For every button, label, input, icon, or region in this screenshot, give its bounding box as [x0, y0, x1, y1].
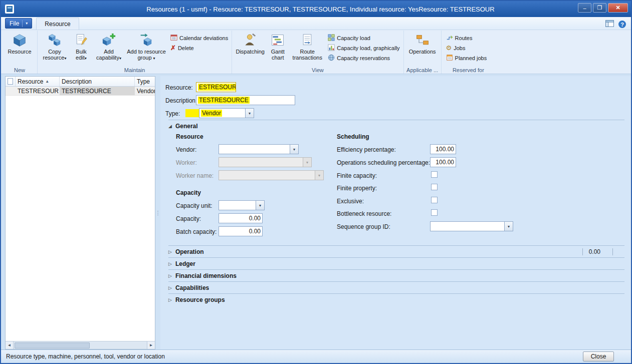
operations-label: Operations: [409, 49, 436, 55]
route-transactions-button[interactable]: Route transactions: [289, 32, 325, 62]
capacity-reservations-button[interactable]: Capacity reservations: [328, 54, 399, 62]
resource-field-input[interactable]: ESTRESOUR: [196, 82, 236, 92]
close-window-button[interactable]: ✕: [608, 3, 628, 13]
help-icon[interactable]: ?: [618, 21, 626, 28]
finite-capacity-label: Finite capacity:: [337, 172, 377, 179]
finite-property-label: Finite property:: [337, 185, 377, 192]
fasttab-ledger[interactable]: ▷ Ledger: [168, 257, 624, 269]
scroll-right-button[interactable]: ►: [147, 341, 155, 349]
worker-name-combo: ▾: [219, 170, 324, 180]
grid-hscrollbar[interactable]: ◄ ►: [6, 341, 155, 349]
gantt-chart-button[interactable]: Gantt chart: [266, 32, 289, 62]
description-field-input[interactable]: TESTRESOURCE: [196, 95, 295, 105]
capacity-input[interactable]: 0.00: [219, 213, 263, 223]
maximize-button[interactable]: ❐: [593, 3, 606, 13]
add-capability-button[interactable]: Add capability▾: [93, 32, 125, 62]
col-description-label: Description: [62, 78, 92, 85]
grid-row[interactable]: TESTRESOUR TESTRESOURCE Vendor: [6, 87, 155, 96]
ribbon-group-applicable: Operations Applicable ...: [404, 31, 442, 74]
delete-button[interactable]: ✗ Delete: [170, 44, 228, 52]
minimize-button[interactable]: –: [578, 3, 591, 13]
col-resource[interactable]: Resource ▲: [16, 77, 60, 86]
bulk-edit-caret-icon: ▾: [85, 56, 87, 61]
group-label-view: View: [232, 67, 403, 73]
drag-dots-icon: ⋮: [155, 210, 161, 216]
calendar-deviations-button[interactable]: Calendar deviations: [170, 34, 228, 42]
scroll-thumb[interactable]: [15, 342, 90, 348]
ops-scheduling-label: Operations scheduling percentage:: [337, 159, 430, 166]
fasttab-general[interactable]: ◢ General: [168, 120, 624, 132]
fasttab-resource-groups[interactable]: ▷ Resource groups: [168, 293, 624, 305]
routes-icon: [446, 34, 453, 42]
bottleneck-checkbox[interactable]: [431, 209, 438, 216]
file-menu-button[interactable]: File ▾: [5, 18, 32, 29]
sequence-group-combo[interactable]: ▾: [430, 221, 513, 231]
bulk-edit-button[interactable]: Bulk edit▾: [70, 32, 93, 62]
jobs-button[interactable]: ⚙ Jobs: [446, 44, 487, 52]
fasttab-operation[interactable]: ▷ Operation 0.00: [168, 245, 624, 257]
col-description[interactable]: Description: [60, 77, 135, 86]
capacity-load-graphically-button[interactable]: Capacity load, graphically: [328, 44, 399, 52]
resource-grid: Resource ▲ Description Type TESTRESOUR T…: [5, 76, 155, 349]
capacity-label: Capacity:: [176, 215, 201, 222]
type-field-combo[interactable]: Vendor ▾: [199, 108, 254, 118]
resource-button[interactable]: Resource: [4, 32, 35, 56]
add-capability-caret-icon: ▾: [119, 56, 121, 61]
operation-tick-right: [612, 248, 613, 255]
type-combo-dropdown-button[interactable]: ▾: [245, 109, 254, 118]
capacity-load-button[interactable]: Capacity load: [328, 34, 399, 42]
add-capability-label: Add capability: [96, 49, 119, 61]
exclusive-checkbox[interactable]: [431, 197, 438, 203]
worker-name-label: Worker name:: [176, 172, 214, 179]
ribbon-group-new: Resource New: [2, 31, 38, 74]
row-selector-cell: [6, 87, 16, 95]
capacity-unit-combo[interactable]: ▾: [219, 200, 265, 210]
fasttab-financial-dimensions[interactable]: ▷ Financial dimensions: [168, 269, 624, 281]
efficiency-input[interactable]: 100.00: [430, 144, 456, 154]
group-label-maintain: Maintain: [38, 67, 232, 73]
subheading-resource: Resource: [176, 133, 203, 140]
vendor-combo[interactable]: ▾: [219, 144, 299, 154]
vendor-combo-value: [219, 145, 290, 154]
batch-capacity-input[interactable]: 0.00: [219, 226, 263, 236]
panel-splitter[interactable]: ⋮: [155, 76, 160, 349]
description-field-value: TESTRESOURCE: [198, 97, 250, 104]
exclusive-label: Exclusive:: [337, 198, 364, 205]
dispatching-button[interactable]: Dispatching: [234, 32, 266, 56]
file-menu-label: File: [10, 20, 19, 27]
bottleneck-label: Bottleneck resource:: [337, 210, 391, 217]
operation-value: 0.00: [589, 248, 600, 255]
planned-jobs-icon: [446, 54, 453, 62]
select-all-checkbox[interactable]: [8, 78, 13, 85]
gantt-chart-label: Gantt chart: [267, 49, 289, 61]
cell-description: TESTRESOURCE: [60, 87, 135, 95]
tab-resource[interactable]: Resource: [36, 18, 79, 30]
subheading-capacity: Capacity: [176, 189, 201, 196]
scroll-left-button[interactable]: ◄: [6, 341, 14, 349]
add-to-resource-group-button[interactable]: Add to resource group ▾: [125, 32, 168, 62]
layout-icon[interactable]: [605, 20, 614, 29]
capacity-load-label: Capacity load: [337, 35, 370, 41]
operation-title: Operation: [175, 248, 204, 255]
resource-field-value: ESTRESOUR: [198, 84, 236, 91]
col-resource-label: Resource: [18, 78, 43, 85]
col-type[interactable]: Type: [135, 77, 155, 86]
type-field-value: Vendor: [201, 110, 222, 117]
planned-jobs-button[interactable]: Planned jobs: [446, 54, 487, 62]
finite-property-checkbox[interactable]: [431, 184, 438, 190]
bulk-edit-icon: [74, 33, 88, 48]
ribbon-group-reserved: Routes ⚙ Jobs Planned jobs Reserved for: [442, 31, 496, 74]
ops-scheduling-input[interactable]: 100.00: [430, 157, 456, 167]
copy-resource-button[interactable]: Copy resource▾: [40, 32, 70, 62]
capacity-unit-dropdown-button[interactable]: ▾: [256, 201, 264, 210]
operations-button[interactable]: Operations: [406, 32, 439, 56]
close-form-button[interactable]: Close: [583, 351, 614, 361]
resource-cube-icon: [13, 33, 27, 48]
vendor-combo-dropdown-button[interactable]: ▾: [290, 145, 298, 154]
sequence-group-dropdown-button[interactable]: ▾: [504, 222, 513, 231]
fasttab-capabilities[interactable]: ▷ Capabilities: [168, 281, 624, 293]
routes-button[interactable]: Routes: [446, 34, 487, 42]
file-caret-icon: ▾: [26, 21, 28, 26]
finite-capacity-checkbox[interactable]: [431, 171, 438, 178]
copy-resource-icon: [48, 33, 62, 48]
